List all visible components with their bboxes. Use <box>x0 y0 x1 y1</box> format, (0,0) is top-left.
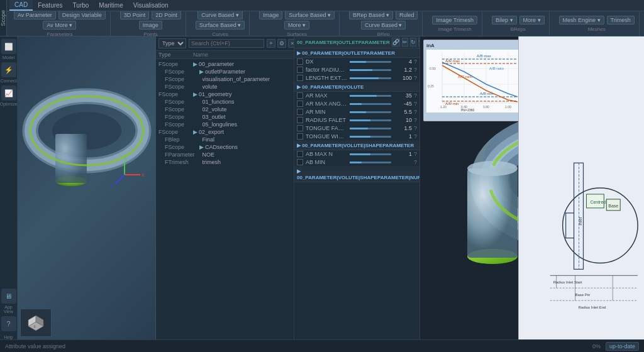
prop-help-tw[interactable]: ? <box>414 133 417 140</box>
prop-help-armax[interactable]: ? <box>414 92 417 99</box>
prop-slider-armax[interactable] <box>350 95 392 97</box>
tree-item-visuparam[interactable]: FScope visualisation_of_parameter <box>157 75 292 83</box>
tree-item-00param[interactable]: FScope ▶ 00_parameter <box>157 60 292 68</box>
tree-icon-btn-2[interactable]: ⚙ <box>277 39 286 48</box>
prop-help-dx[interactable]: ? <box>414 58 417 65</box>
prop-slider-armin[interactable] <box>350 111 392 113</box>
status-uptodate-btn[interactable]: up-to-date <box>606 342 639 351</box>
sidebar-item-optimize[interactable]: 📈 <box>1 85 16 101</box>
btn-image-trimesh[interactable]: Image Trimesh <box>432 16 477 25</box>
mini-cube-view[interactable]: F <box>20 309 52 337</box>
btn-image-point[interactable]: Image <box>139 21 162 30</box>
sidebar-item-model[interactable]: ⬜ <box>1 39 16 54</box>
tab-turbo[interactable]: Turbo <box>68 0 94 11</box>
tree-type-filter[interactable]: Type <box>158 38 186 48</box>
prop-help-le[interactable]: ? <box>414 75 417 81</box>
tab-maritime[interactable]: Maritime <box>94 0 128 11</box>
prop-slider-abmin[interactable] <box>350 162 392 163</box>
prop-check-tw[interactable] <box>297 133 303 140</box>
tree-item-trimesh[interactable]: FTrimesh trimesh <box>157 158 292 166</box>
btn-trimesh-mesh[interactable]: Trimesh <box>607 16 635 25</box>
btn-3d-point[interactable]: 3D Point <box>120 11 150 19</box>
prop-slider-dx[interactable] <box>350 61 392 63</box>
tree-item-01functions[interactable]: FScope 01_functions <box>157 98 292 106</box>
prop-check-abmaxn[interactable] <box>297 151 303 157</box>
tree-search-input[interactable] <box>189 39 264 48</box>
tab-visualisation[interactable]: Visualisation <box>128 0 174 11</box>
sidebar-item-help[interactable]: ? <box>1 316 16 331</box>
prop-val-dx: 4 <box>393 58 412 65</box>
tree-label-6: 02_volute <box>203 106 227 113</box>
prop-help-fr[interactable]: ? <box>414 67 417 73</box>
tree-arrow-13 <box>199 159 201 165</box>
prop-help-rf[interactable]: ? <box>414 117 417 123</box>
btn-more-surfaces[interactable]: More ▾ <box>284 21 309 30</box>
prop-slider-abmaxn[interactable] <box>350 153 392 155</box>
prop-help-abmin[interactable]: ? <box>414 159 417 165</box>
tree-item-02volute[interactable]: FScope 02_volute <box>157 106 292 113</box>
tab-cad[interactable]: CAD <box>9 0 33 11</box>
prop-check-rf[interactable] <box>297 117 303 123</box>
btn-2d-point[interactable]: 2D Point <box>152 11 181 19</box>
view-3d-left[interactable]: X Y Z F <box>18 36 156 339</box>
tree-label-9: 02_export <box>199 129 224 135</box>
prop-slider-tw[interactable] <box>350 136 392 138</box>
tree-body[interactable]: FScope ▶ 00_parameter FScope ▶ outletPar… <box>156 59 294 339</box>
btn-ruled[interactable]: Ruled <box>396 11 418 19</box>
btn-mesh-engine[interactable]: Mesh Engine ▾ <box>559 16 604 25</box>
scope-label: Scope <box>0 10 6 26</box>
tree-item-01geom[interactable]: FScope ▶ 01_geometry <box>157 91 292 98</box>
prop-check-le[interactable] <box>297 75 303 81</box>
props-icon-link[interactable]: 🔗 <box>392 38 400 47</box>
sidebar-item-connect[interactable]: ⚡ <box>1 62 16 77</box>
col-header-type: Type <box>158 52 193 58</box>
3d-viewport-left[interactable]: X Y Z F <box>18 36 155 339</box>
tree-item-volute[interactable]: FScope volute <box>157 83 292 91</box>
tree-item-noe[interactable]: FParameter NOE <box>157 151 292 158</box>
tree-label-2: visualisation_of_parameter <box>203 76 270 82</box>
prop-section-title-0: ▶ 00_PARAMETER|OUTLETPARAMETER <box>297 50 395 56</box>
props-icon-refresh[interactable]: ↻ <box>410 38 416 47</box>
tree-item-cadsections[interactable]: FScope ▶ CADsections <box>157 143 292 151</box>
prop-check-tf[interactable] <box>297 125 303 131</box>
props-icon-edit[interactable]: ✏ <box>402 38 408 47</box>
btn-design-variable[interactable]: Design Variable <box>58 11 106 19</box>
prop-help-abmaxn[interactable]: ? <box>414 151 417 157</box>
btn-more-bilep[interactable]: More ▾ <box>519 16 545 25</box>
prop-name-length-ext: LENGTH EXTENSION <box>306 75 348 81</box>
prop-check-armax[interactable] <box>297 92 303 99</box>
btn-av-more[interactable]: Av More ▾ <box>43 21 76 30</box>
btn-curve-based-brep[interactable]: Curve Based ▾ <box>361 21 406 30</box>
btn-brep-based[interactable]: BRep Based ▾ <box>349 11 393 19</box>
btn-av-parameter[interactable]: Av Parameter <box>14 11 56 19</box>
prop-help-tf[interactable]: ? <box>414 125 417 131</box>
tree-item-outletparam[interactable]: FScope ▶ outletParameter <box>157 68 292 75</box>
prop-slider-rf[interactable] <box>350 119 392 121</box>
dim-label-radius-inlet-start: Radius Inlet Start <box>553 280 582 284</box>
prop-slider-tf[interactable] <box>350 128 392 129</box>
btn-surface-based-curve[interactable]: Surface Based ▾ <box>196 21 245 30</box>
main-3d-viewport[interactable]: inA <box>420 36 518 339</box>
prop-check-abmin[interactable] <box>297 159 303 165</box>
sidebar-item-appview[interactable]: 🖥 <box>1 289 16 304</box>
prop-help-armaxangle[interactable]: ? <box>414 101 417 107</box>
tree-item-02export[interactable]: FScope ▶ 02_export <box>157 128 292 136</box>
btn-bilep[interactable]: Bilep ▾ <box>492 16 517 25</box>
tree-icon-btn-1[interactable]: + <box>267 39 275 48</box>
prop-help-armin[interactable]: ? <box>414 109 417 115</box>
btn-surface-based[interactable]: Surface Based ▾ <box>285 11 335 19</box>
tree-item-05long[interactable]: FScope 05_longulines <box>157 121 292 128</box>
prop-check-armaxangle[interactable] <box>297 101 303 107</box>
prop-check-dx[interactable] <box>297 58 303 65</box>
tree-item-03outlet[interactable]: FScope 03_outlet <box>157 113 292 121</box>
prop-check-fr[interactable] <box>297 67 303 73</box>
prop-check-armin[interactable] <box>297 109 303 115</box>
prop-slider-armaxangle[interactable] <box>350 103 392 105</box>
tab-features[interactable]: Features <box>33 0 67 11</box>
prop-slider-fr[interactable] <box>350 69 392 71</box>
prop-slider-le[interactable] <box>350 77 392 79</box>
tree-item-final[interactable]: FBlep Final <box>157 136 292 143</box>
sidebar-label-help: Help <box>4 335 13 339</box>
btn-curve-based[interactable]: Curve Based ▾ <box>197 11 243 19</box>
btn-surface-image[interactable]: Image <box>259 11 282 19</box>
